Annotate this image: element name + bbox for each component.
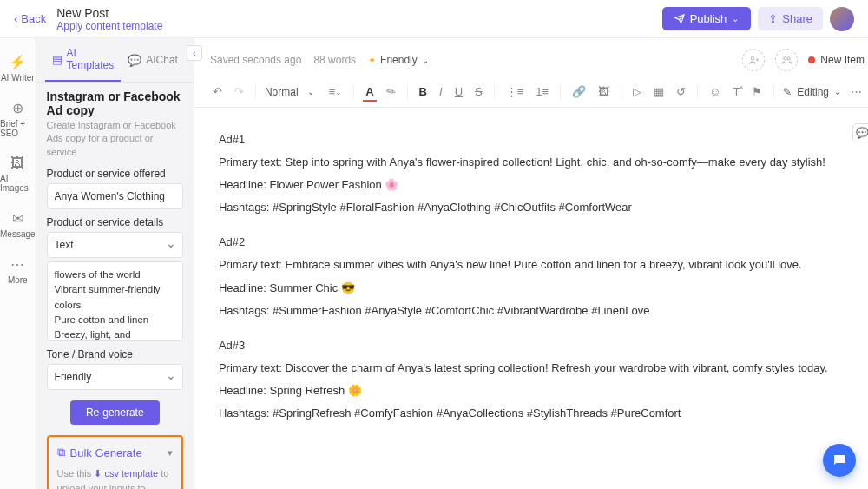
- add-user-icon[interactable]: [742, 49, 765, 71]
- ad-hashtags[interactable]: Hashtags: #SpringStyle #FloralFashion #A…: [219, 198, 856, 217]
- undo2-button[interactable]: ↺: [674, 83, 688, 100]
- rail-more[interactable]: ⋯ More: [0, 249, 36, 292]
- add-comment-button[interactable]: 💬: [852, 123, 868, 142]
- editor-toolbar: ↶ ↷ Normal ⌄ ≡⌄ A ✎ B I U S ⋮≡ 1≡ 🔗 🖼 ▷ …: [194, 76, 868, 108]
- mode-select[interactable]: ✎ Editing ⌄: [783, 86, 841, 98]
- avatar[interactable]: [830, 7, 854, 31]
- tone-label: Tone / Brand voice: [47, 348, 183, 360]
- detail-line: Vibrant summer-friendly colors: [55, 282, 175, 313]
- header-right: Publish ⌄ ⇪ Share: [662, 7, 854, 31]
- tone-selector[interactable]: ✦ Friendly ⌄: [368, 54, 429, 66]
- highlight-button[interactable]: ✎: [384, 83, 398, 100]
- tab-label: AIChat: [146, 54, 178, 66]
- editor-area: Saved seconds ago 88 words ✦ Friendly ⌄ …: [194, 38, 868, 489]
- chat-widget-button[interactable]: [823, 444, 856, 477]
- svg-point-0: [751, 56, 753, 59]
- publish-button[interactable]: Publish ⌄: [662, 7, 752, 30]
- tab-aichat[interactable]: 💬 AIChat: [121, 38, 185, 82]
- text: Use this: [57, 468, 95, 479]
- new-item-indicator[interactable]: New Item: [808, 54, 865, 66]
- ad-headline[interactable]: Headline: Spring Refresh 🌼: [219, 381, 856, 400]
- form-scroll[interactable]: Instagram or Facebook Ad copy Create Ins…: [36, 83, 194, 489]
- svg-point-2: [787, 56, 790, 59]
- ad-title[interactable]: Ad#2: [219, 233, 856, 252]
- collapse-sidebar-button[interactable]: ‹: [187, 45, 202, 61]
- rail-ai-images[interactable]: 🖼 AI Images: [0, 149, 36, 200]
- bookmark-button[interactable]: ⚑: [749, 83, 765, 100]
- tab-label: AI Templates: [67, 47, 115, 71]
- back-button[interactable]: ‹ Back: [14, 12, 46, 25]
- link-button[interactable]: 🔗: [569, 83, 589, 100]
- back-label: Back: [21, 12, 46, 25]
- ad-hashtags[interactable]: Hashtags: #SummerFashion #AnyaStyle #Com…: [219, 301, 856, 320]
- apply-template-link[interactable]: Apply content template: [56, 20, 162, 32]
- bullet-list-button[interactable]: ⋮≡: [503, 83, 527, 100]
- bulk-header[interactable]: ⧉ Bulk Generate ▾: [57, 446, 173, 459]
- chevron-down-icon: ⌄: [307, 87, 314, 96]
- undo-button[interactable]: ↶: [210, 83, 225, 100]
- ad-primary[interactable]: Primary text: Embrace summer vibes with …: [219, 255, 856, 274]
- regenerate-button[interactable]: Re-generate: [70, 400, 160, 425]
- play-button[interactable]: ▷: [630, 83, 644, 100]
- share-button[interactable]: ⇪ Share: [758, 7, 823, 30]
- grid-icon: ▤: [52, 53, 62, 66]
- rail-ai-writer[interactable]: ⚡ AI Writer: [0, 47, 36, 89]
- bold-button[interactable]: B: [417, 83, 430, 100]
- pencil-icon: ✎: [783, 86, 792, 98]
- message-icon: ✉: [12, 210, 23, 227]
- tone-value: Friendly: [380, 54, 418, 66]
- ad-block-2: Ad#2 Primary text: Embrace summer vibes …: [219, 233, 856, 320]
- main: ⚡ AI Writer ⊕ Brief + SEO 🖼 AI Images ✉ …: [0, 38, 868, 489]
- template-desc: Create Instagram or Facebook Ads copy fo…: [47, 119, 183, 159]
- chevron-down-icon: ⌄: [732, 14, 739, 23]
- left-rail: ⚡ AI Writer ⊕ Brief + SEO 🖼 AI Images ✉ …: [0, 38, 36, 489]
- tab-ai-templates[interactable]: ▤ AI Templates: [45, 38, 122, 82]
- details-textarea[interactable]: flowers of the world Vibrant summer-frie…: [47, 261, 183, 341]
- tone-select[interactable]: [47, 364, 183, 390]
- text-color-button[interactable]: A: [363, 83, 376, 100]
- format-label: Normal: [265, 86, 299, 98]
- table-button[interactable]: ▦: [651, 83, 667, 100]
- detail-line: Breezy, light, and comfortable: [55, 327, 175, 341]
- ad-headline[interactable]: Headline: Flower Power Fashion 🌸: [219, 175, 856, 195]
- format-select[interactable]: Normal ⌄: [265, 86, 319, 98]
- saved-status: Saved seconds ago: [210, 54, 301, 66]
- italic-button[interactable]: I: [437, 83, 445, 100]
- image-button[interactable]: 🖼: [595, 83, 612, 100]
- svg-point-1: [784, 56, 786, 59]
- ad-title[interactable]: Ad#1: [219, 130, 856, 149]
- chevron-down-icon: ⌄: [422, 56, 429, 65]
- document-body[interactable]: 💬 Ad#1 Primary text: Step into spring wi…: [194, 108, 868, 489]
- rail-message[interactable]: ✉ Message: [0, 203, 36, 246]
- emoji-button[interactable]: ☺: [707, 83, 723, 100]
- align-button[interactable]: ≡⌄: [326, 83, 345, 100]
- strike-button[interactable]: S: [472, 83, 485, 100]
- bolt-icon: ⚡: [9, 54, 26, 70]
- status-dot-icon: [808, 56, 815, 63]
- more-options-button[interactable]: ⋯: [848, 83, 865, 100]
- product-input[interactable]: [47, 183, 183, 209]
- ad-primary[interactable]: Primary text: Step into spring with Anya…: [219, 153, 856, 172]
- upload-icon: ⇪: [768, 12, 778, 25]
- rail-brief-seo[interactable]: ⊕ Brief + SEO: [0, 93, 36, 145]
- share-label: Share: [782, 12, 812, 25]
- chat-icon: 💬: [128, 54, 141, 67]
- csv-template-link[interactable]: csv template: [104, 468, 158, 479]
- ad-block-3: Ad#3 Primary text: Discover the charm of…: [219, 336, 856, 423]
- numbered-list-button[interactable]: 1≡: [533, 83, 551, 100]
- clear-format-button[interactable]: T×: [730, 83, 742, 100]
- ad-hashtags[interactable]: Hashtags: #SpringRefresh #ComfyFashion #…: [219, 404, 856, 423]
- sidebar-panel: ‹ ▤ AI Templates 💬 AIChat Instagram or F…: [36, 38, 194, 489]
- ad-title[interactable]: Ad#3: [219, 336, 856, 355]
- rail-label: AI Images: [0, 174, 36, 193]
- send-icon: [674, 14, 685, 24]
- team-icon[interactable]: [775, 49, 798, 71]
- rail-label: Brief + SEO: [0, 119, 36, 138]
- ad-headline[interactable]: Headline: Summer Chic 😎: [219, 279, 856, 298]
- word-count: 88 words: [313, 54, 356, 66]
- details-type-select[interactable]: [47, 232, 183, 258]
- ad-primary[interactable]: Primary text: Discover the charm of Anya…: [219, 359, 856, 378]
- redo-button[interactable]: ↷: [232, 83, 247, 100]
- rail-label: More: [8, 275, 28, 285]
- underline-button[interactable]: U: [452, 83, 465, 100]
